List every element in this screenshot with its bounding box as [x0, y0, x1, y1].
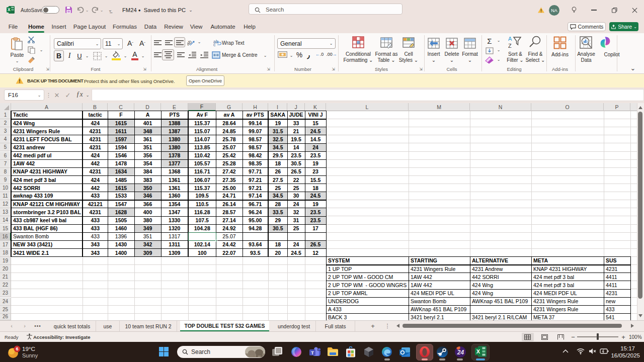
svg-text:ab: ab: [187, 39, 193, 46]
svg-text:c: c: [213, 42, 216, 46]
svg-text:X: X: [8, 7, 11, 12]
svg-text:X: X: [476, 348, 480, 354]
svg-text:6: 6: [16, 346, 18, 351]
svg-text:T: T: [311, 350, 314, 355]
svg-text:24: 24: [457, 349, 464, 356]
svg-text:Z: Z: [508, 43, 512, 49]
svg-text:A: A: [508, 36, 512, 42]
